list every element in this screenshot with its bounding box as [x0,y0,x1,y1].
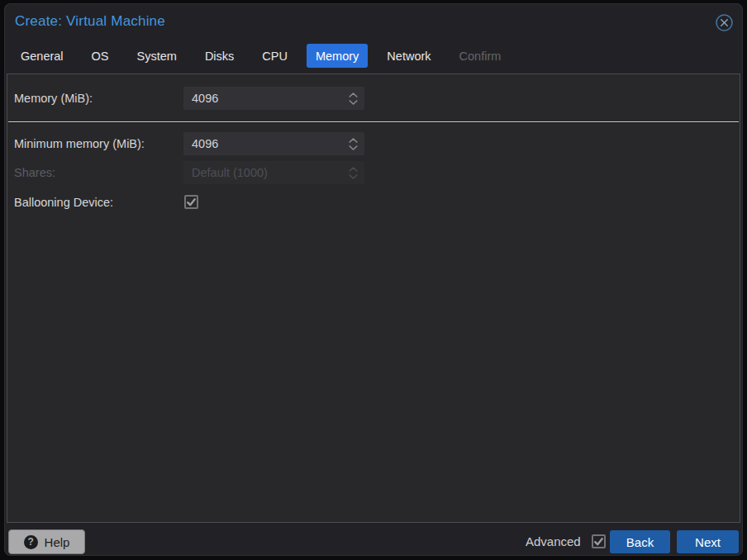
tab-general[interactable]: General [12,44,73,68]
chevron-up-icon[interactable] [349,138,358,143]
chevron-up-icon[interactable] [349,93,358,97]
checkmark-icon [187,198,196,206]
ballooning-device-label: Ballooning Device: [14,196,113,209]
question-mark-icon: ? [24,535,38,549]
minimum-memory-input[interactable]: 4096 [183,132,364,155]
memory-form-panel: Memory (MiB): 4096 Minimum memory (MiB):… [7,74,740,523]
memory-value: 4096 [192,92,346,105]
create-vm-dialog: Create: Virtual Machine General OS Syste… [4,3,743,556]
ballooning-device-checkbox[interactable] [184,195,198,209]
dialog-title: Create: Virtual Machine [15,13,165,30]
tab-memory[interactable]: Memory [307,44,368,68]
shares-value: Default (1000) [192,166,346,179]
shares-label: Shares: [14,166,55,179]
tab-os[interactable]: OS [83,44,118,68]
chevron-down-icon [349,174,358,179]
shares-spinner [346,167,359,179]
chevron-down-icon[interactable] [349,100,358,105]
minimum-memory-spinner[interactable] [346,138,359,150]
help-button[interactable]: ? Help [8,529,85,554]
chevron-up-icon [349,167,358,172]
memory-label: Memory (MiB): [14,92,93,105]
tab-network[interactable]: Network [378,44,440,68]
tab-confirm: Confirm [450,44,511,68]
tab-disks[interactable]: Disks [196,44,243,68]
tab-system[interactable]: System [128,44,186,68]
chevron-down-icon[interactable] [349,145,358,150]
advanced-checkbox-wrap [592,534,606,548]
minimum-memory-label: Minimum memory (MiB): [14,137,145,150]
tab-cpu[interactable]: CPU [253,44,297,68]
wizard-tab-bar: General OS System Disks CPU Memory Netwo… [12,44,510,68]
dialog-footer: ? Help Advanced Back Next [4,524,743,556]
close-icon[interactable] [715,13,734,32]
advanced-checkbox[interactable] [592,534,606,548]
advanced-label: Advanced [526,534,581,548]
section-separator [8,121,739,122]
back-button[interactable]: Back [610,530,670,553]
help-button-label: Help [45,535,70,549]
minimum-memory-value: 4096 [192,137,346,150]
memory-spinner[interactable] [346,93,359,105]
shares-input: Default (1000) [183,161,364,184]
memory-input[interactable]: 4096 [183,87,364,110]
checkmark-icon [594,538,603,546]
next-button[interactable]: Next [677,530,739,553]
